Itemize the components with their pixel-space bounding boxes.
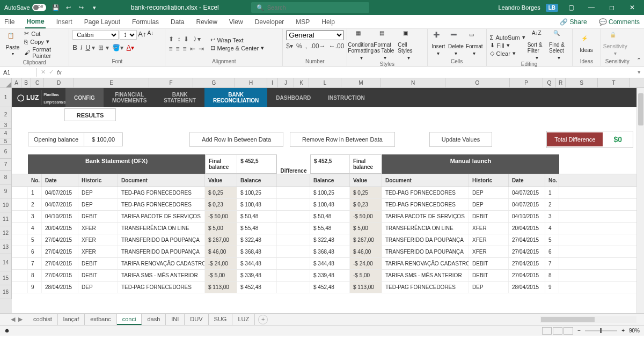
cell[interactable]: TED-PAG FORNECEDORES [118, 187, 205, 198]
formula-expand-icon[interactable]: ▾ [634, 69, 644, 76]
sheet-tab[interactable]: codhist [28, 314, 58, 325]
toggle-switch[interactable] [32, 4, 46, 11]
undo-icon[interactable]: ↩ [64, 3, 73, 12]
column-header[interactable]: P [510, 78, 543, 87]
column-header[interactable]: E [74, 78, 149, 87]
insert-cells-button[interactable]: ➕Insert▾ [431, 32, 446, 56]
cell[interactable]: TED-PAG FORNECEDORES [382, 199, 469, 210]
tab-help[interactable]: Help [320, 16, 336, 28]
cell[interactable]: $ 0,25 [350, 187, 382, 198]
cell[interactable] [277, 234, 310, 246]
cell[interactable]: $ 0,23 [205, 199, 237, 210]
cell[interactable]: -$ 24,00 [350, 258, 382, 269]
column-header[interactable]: I [267, 78, 278, 87]
cell[interactable]: 20/04/2015 [509, 223, 545, 234]
cell[interactable]: 7 [545, 258, 559, 269]
align-bottom-icon[interactable]: ⬇ [184, 35, 189, 43]
cell[interactable]: $ 5,00 [350, 223, 382, 234]
cell[interactable]: $ 0,23 [350, 199, 382, 210]
fx-cancel-icon[interactable]: ✕ [41, 69, 46, 76]
cell[interactable]: 3 [28, 211, 42, 222]
cell[interactable]: $ 322,48 [237, 234, 277, 246]
autosum-button[interactable]: Σ AutoSum ▾ [490, 34, 525, 41]
cell[interactable]: 9 [28, 282, 42, 293]
cell[interactable] [12, 211, 28, 222]
cell[interactable] [277, 223, 310, 234]
decrease-font-icon[interactable]: A↓ [148, 30, 154, 40]
sheet-tab[interactable]: conci [117, 314, 142, 325]
share-button[interactable]: 🔗 Share [559, 16, 588, 28]
conditional-formatting-button[interactable]: ▦Conditional Formatting▾ [350, 30, 372, 61]
cut-button[interactable]: ✂ Cut [24, 30, 65, 37]
wrap-text-button[interactable]: ↩ Wrap Text [210, 36, 265, 43]
cell[interactable] [12, 234, 28, 246]
nav-bank-reconciliation[interactable]: BANKRECONCILIATION [204, 88, 267, 107]
cell[interactable]: $ 50,48 [237, 211, 277, 222]
cell[interactable]: $ 344,48 [237, 258, 277, 269]
cell[interactable] [12, 199, 28, 210]
cell[interactable] [277, 258, 310, 269]
row-header[interactable]: 11 [0, 212, 12, 226]
number-format-select[interactable]: General [286, 30, 344, 40]
fx-accept-icon[interactable]: ✓ [49, 69, 54, 76]
sheet-tab[interactable]: DUV [185, 314, 208, 325]
cell[interactable]: 04/07/2015 [509, 199, 545, 210]
format-as-table-button[interactable]: ▤Format as Table▾ [374, 30, 396, 61]
cell[interactable]: 8 [28, 270, 42, 281]
cell[interactable]: TED-PAG FORNECEDORES [382, 282, 469, 293]
cell[interactable] [12, 282, 28, 293]
sheet-tab[interactable]: dash [142, 314, 166, 325]
search-box[interactable]: 🔍 [251, 2, 369, 13]
cell[interactable]: TRANSFERÊNCIA ON LINE [118, 223, 205, 234]
cell[interactable]: 6 [28, 246, 42, 257]
table-row[interactable]: 928/04/2015DEPTED-PAG FORNECEDORES$ 113,… [12, 282, 644, 293]
column-header[interactable]: B [21, 78, 31, 87]
cell[interactable]: -$ 5,00 [205, 270, 237, 281]
vertical-scrollbar[interactable] [636, 88, 644, 313]
cell[interactable]: $ 50,48 [310, 211, 350, 222]
find-select-button[interactable]: 🔍Find & Select▾ [549, 30, 568, 61]
zoom-in-icon[interactable]: + [621, 328, 625, 334]
cell[interactable]: 3 [545, 211, 559, 222]
sheet-nav-next-icon[interactable]: ▶ [18, 316, 23, 323]
column-header[interactable]: T [598, 78, 630, 87]
nav-config[interactable]: CONFIG [65, 88, 104, 107]
cell[interactable]: 6 [545, 246, 559, 257]
table-row[interactable]: 420/04/2015XFERTRANSFERÊNCIA ON LINE$ 5,… [12, 223, 644, 234]
sheet-tab[interactable]: INI [166, 314, 185, 325]
cell[interactable] [12, 270, 28, 281]
record-macro-icon[interactable]: ⏺ [4, 328, 10, 334]
increase-decimal-icon[interactable]: .00→ [310, 42, 326, 50]
cell[interactable]: TED-PAG FORNECEDORES [118, 199, 205, 210]
column-header[interactable]: S [566, 78, 598, 87]
minimize-icon[interactable]: — [584, 4, 599, 11]
fill-button[interactable]: ⬇ Fill ▾ [490, 42, 525, 49]
cell[interactable] [277, 211, 310, 222]
column-header[interactable]: L [309, 78, 341, 87]
cell[interactable]: DEP [469, 187, 509, 198]
cell[interactable] [12, 246, 28, 257]
cell[interactable]: $ 344,48 [310, 258, 350, 269]
maximize-icon[interactable]: ◻ [604, 4, 619, 11]
remove-row-button[interactable]: Remove Row in Between Data [290, 132, 395, 147]
percent-icon[interactable]: % [296, 42, 302, 50]
cell[interactable] [277, 246, 310, 257]
border-icon[interactable]: ⊞ ▾ [98, 44, 108, 51]
ideas-button[interactable]: ⚡Ideas [576, 35, 597, 53]
increase-font-icon[interactable]: A↑ [138, 30, 146, 40]
cell[interactable]: TED-PAG FORNECEDORES [382, 187, 469, 198]
cell[interactable]: XFER [469, 234, 509, 246]
tab-developer[interactable]: Developer [254, 16, 286, 28]
cell[interactable] [277, 187, 310, 198]
horizontal-scrollbar[interactable] [540, 316, 636, 323]
add-row-button[interactable]: Add Row In Between Data [189, 132, 283, 147]
cell[interactable]: TARIFA RENOVAÇÃO CADASTRO [118, 258, 205, 269]
tab-page-layout[interactable]: Page Layout [83, 16, 121, 28]
cell[interactable]: 27/04/2015 [42, 258, 78, 269]
cell[interactable]: XFER [469, 223, 509, 234]
row-header[interactable]: 10 [0, 198, 12, 212]
sheet-nav-prev-icon[interactable]: ◀ [11, 316, 15, 323]
tab-insert[interactable]: Insert [55, 16, 74, 28]
cell[interactable] [277, 270, 310, 281]
search-input[interactable] [267, 4, 364, 11]
